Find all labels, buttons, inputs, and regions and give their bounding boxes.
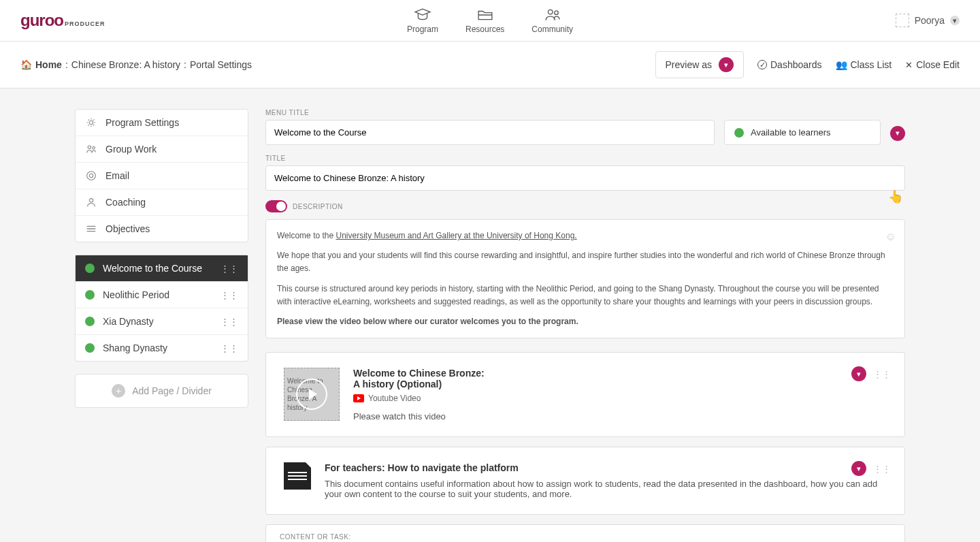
sidebar-item-coaching[interactable]: Coaching [76, 189, 248, 216]
svg-point-4 [93, 146, 95, 149]
video-title: Welcome to Chinese Bronze: A history (Op… [353, 368, 489, 389]
module-item-shang[interactable]: Shang Dynasty ⋮⋮ [76, 335, 248, 361]
module-item-welcome[interactable]: Welcome to the Course ⋮⋮ [76, 255, 248, 282]
content-or-task-panel: CONTENT OR TASK: + New → Move Copy Conte… [265, 524, 905, 542]
people-icon: 👥 [836, 59, 847, 70]
home-icon[interactable]: 🏠 [20, 59, 32, 70]
description-toggle[interactable] [265, 200, 287, 212]
block-menu-button[interactable]: ▾ [851, 461, 866, 476]
chevron-down-icon[interactable]: ▾ [950, 16, 960, 25]
folder-icon [476, 7, 495, 22]
people-icon [85, 143, 97, 155]
document-icon [284, 462, 311, 490]
graduation-cap-icon [413, 7, 432, 22]
add-page-button[interactable]: + Add Page / Divider [75, 374, 248, 408]
sidebar-item-email[interactable]: Email [76, 163, 248, 189]
status-dot-icon [85, 264, 95, 273]
preview-label: Preview as [666, 59, 712, 70]
status-select[interactable]: Available to learners [724, 120, 881, 145]
cot-label: CONTENT OR TASK: [280, 533, 891, 541]
description-box[interactable]: ☺ Welcome to the University Museum and A… [265, 219, 905, 338]
sidebar-label: Coaching [105, 197, 146, 208]
plus-icon: + [112, 384, 125, 398]
module-item-xia[interactable]: Xia Dynasty ⋮⋮ [76, 308, 248, 335]
nav-community[interactable]: Community [532, 7, 573, 34]
people-icon [543, 7, 562, 22]
drag-handle-icon[interactable]: ⋮⋮ [873, 369, 891, 379]
svg-point-2 [89, 121, 93, 124]
add-page-label: Add Page / Divider [132, 385, 212, 396]
username: Poorya [915, 15, 945, 26]
status-dot-icon [85, 290, 95, 300]
nav-label: Program [407, 25, 438, 34]
target-icon [85, 170, 97, 182]
video-content-block[interactable]: Welcome to Chinese Bronze: A history Wel… [265, 352, 905, 437]
module-label: Neolithic Period [103, 289, 169, 300]
breadcrumb-course[interactable]: Chinese Bronze: A history [71, 59, 180, 70]
emoji-picker-icon[interactable]: ☺ [885, 228, 896, 246]
doc-desc: This document contains useful informatio… [325, 479, 887, 499]
logo-main: guroo [20, 11, 63, 30]
desc-link[interactable]: University Museum and Art Gallery at the… [336, 231, 576, 240]
class-list-link[interactable]: 👥 Class List [836, 59, 892, 70]
nav-label: Community [532, 25, 573, 34]
sidebar-label: Email [105, 170, 129, 181]
video-type: Youtube Video [368, 394, 421, 403]
play-icon [296, 379, 327, 410]
list-icon [85, 223, 97, 235]
video-thumbnail[interactable]: Welcome to Chinese Bronze: A history [284, 368, 340, 421]
status-dot-icon [85, 317, 95, 326]
preview-as-button[interactable]: Preview as ▾ [655, 51, 744, 78]
svg-point-3 [88, 146, 91, 149]
avatar[interactable] [896, 14, 909, 27]
status-dot-icon [85, 343, 95, 353]
title-input[interactable] [265, 165, 905, 191]
sidebar-item-objectives[interactable]: Objectives [76, 216, 248, 242]
module-label: Xia Dynasty [103, 316, 154, 327]
breadcrumb-page: Portal Settings [190, 59, 252, 70]
svg-point-7 [89, 199, 93, 202]
drag-handle-icon[interactable]: ⋮⋮ [220, 264, 238, 274]
description-label: DESCRIPTION [293, 203, 343, 210]
close-icon: ✕ [905, 60, 913, 70]
video-desc: Please watch this video [353, 411, 887, 421]
youtube-icon [353, 394, 364, 402]
sidebar-label: Group Work [105, 144, 157, 155]
nav-resources[interactable]: Resources [466, 7, 504, 34]
desc-p4: Please view the video below where our cu… [277, 315, 894, 328]
desc-p3: This course is structured around key per… [277, 283, 894, 308]
status-dropdown-button[interactable]: ▾ [890, 126, 905, 141]
sidebar-label: Objectives [105, 223, 150, 234]
breadcrumb: 🏠 Home : Chinese Bronze: A history : Por… [20, 59, 252, 70]
nav-label: Resources [466, 25, 504, 34]
module-item-neolithic[interactable]: Neolithic Period ⋮⋮ [76, 282, 248, 308]
sidebar-label: Program Settings [105, 117, 179, 128]
person-icon [85, 196, 97, 208]
breadcrumb-home[interactable]: Home [35, 59, 62, 70]
sidebar-item-group-work[interactable]: Group Work [76, 136, 248, 163]
doc-content-block[interactable]: For teachers: How to navigate the platfo… [265, 447, 905, 515]
logo-sub: PRODUCER [65, 20, 105, 27]
module-label: Welcome to the Course [103, 263, 202, 274]
gear-icon [85, 116, 97, 129]
logo[interactable]: guroo PRODUCER [20, 11, 105, 30]
sidebar-item-program-settings[interactable]: Program Settings [76, 110, 248, 136]
status-dot-icon [734, 128, 744, 138]
svg-point-1 [554, 10, 558, 14]
drag-handle-icon[interactable]: ⋮⋮ [220, 343, 238, 353]
title-label: TITLE [265, 155, 905, 162]
drag-handle-icon[interactable]: ⋮⋮ [220, 290, 238, 300]
drag-handle-icon[interactable]: ⋮⋮ [873, 464, 891, 474]
svg-point-0 [548, 10, 553, 14]
svg-point-5 [87, 172, 96, 180]
nav-program[interactable]: Program [407, 7, 438, 34]
block-menu-button[interactable]: ▾ [851, 366, 866, 381]
doc-title: For teachers: How to navigate the platfo… [325, 462, 887, 473]
chevron-down-icon: ▾ [719, 57, 734, 72]
close-edit-button[interactable]: ✕ Close Edit [905, 59, 960, 70]
menu-title-input[interactable] [265, 120, 715, 145]
desc-p1: Welcome to the University Museum and Art… [277, 229, 894, 242]
drag-handle-icon[interactable]: ⋮⋮ [220, 317, 238, 327]
dashboards-link[interactable]: Dashboards [757, 59, 822, 70]
menu-title-label: MENU TITLE [265, 109, 715, 116]
